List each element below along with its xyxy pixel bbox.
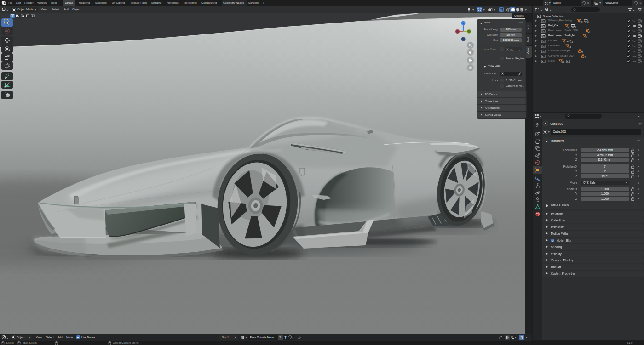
svg-text:z: z xyxy=(463,22,464,25)
